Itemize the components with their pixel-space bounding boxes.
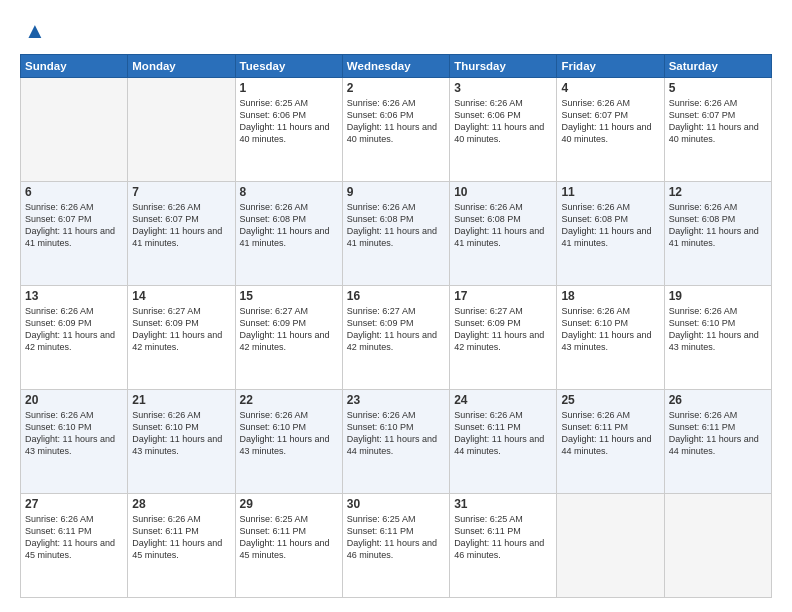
daylight-text: Daylight: 11 hours and 41 minutes. (347, 226, 437, 248)
cell-info: Sunrise: 6:26 AMSunset: 6:06 PMDaylight:… (347, 97, 445, 146)
sunrise-text: Sunrise: 6:26 AM (347, 98, 416, 108)
day-number: 9 (347, 185, 445, 199)
sunset-text: Sunset: 6:06 PM (240, 110, 307, 120)
sunrise-text: Sunrise: 6:26 AM (132, 410, 201, 420)
sunset-text: Sunset: 6:11 PM (561, 422, 628, 432)
day-number: 26 (669, 393, 767, 407)
sunset-text: Sunset: 6:08 PM (454, 214, 521, 224)
day-number: 10 (454, 185, 552, 199)
calendar-cell: 23Sunrise: 6:26 AMSunset: 6:10 PMDayligh… (342, 390, 449, 494)
calendar-cell: 15Sunrise: 6:27 AMSunset: 6:09 PMDayligh… (235, 286, 342, 390)
cell-info: Sunrise: 6:27 AMSunset: 6:09 PMDaylight:… (454, 305, 552, 354)
weekday-header-thursday: Thursday (450, 55, 557, 78)
day-number: 27 (25, 497, 123, 511)
daylight-text: Daylight: 11 hours and 44 minutes. (669, 434, 759, 456)
sunset-text: Sunset: 6:06 PM (454, 110, 521, 120)
calendar-cell: 13Sunrise: 6:26 AMSunset: 6:09 PMDayligh… (21, 286, 128, 390)
day-number: 22 (240, 393, 338, 407)
sunset-text: Sunset: 6:11 PM (25, 526, 92, 536)
sunset-text: Sunset: 6:10 PM (240, 422, 307, 432)
calendar-cell: 8Sunrise: 6:26 AMSunset: 6:08 PMDaylight… (235, 182, 342, 286)
day-number: 18 (561, 289, 659, 303)
day-number: 8 (240, 185, 338, 199)
day-number: 14 (132, 289, 230, 303)
sunset-text: Sunset: 6:09 PM (454, 318, 521, 328)
cell-info: Sunrise: 6:27 AMSunset: 6:09 PMDaylight:… (240, 305, 338, 354)
cell-info: Sunrise: 6:26 AMSunset: 6:07 PMDaylight:… (669, 97, 767, 146)
day-number: 16 (347, 289, 445, 303)
daylight-text: Daylight: 11 hours and 40 minutes. (561, 122, 651, 144)
sunset-text: Sunset: 6:07 PM (25, 214, 92, 224)
calendar-cell: 16Sunrise: 6:27 AMSunset: 6:09 PMDayligh… (342, 286, 449, 390)
weekday-header-friday: Friday (557, 55, 664, 78)
page: ▲ SundayMondayTuesdayWednesdayThursdayFr… (0, 0, 792, 612)
day-number: 23 (347, 393, 445, 407)
cell-info: Sunrise: 6:26 AMSunset: 6:10 PMDaylight:… (561, 305, 659, 354)
calendar-cell: 2Sunrise: 6:26 AMSunset: 6:06 PMDaylight… (342, 78, 449, 182)
day-number: 3 (454, 81, 552, 95)
day-number: 12 (669, 185, 767, 199)
sunrise-text: Sunrise: 6:26 AM (669, 98, 738, 108)
sunrise-text: Sunrise: 6:25 AM (454, 514, 523, 524)
daylight-text: Daylight: 11 hours and 40 minutes. (669, 122, 759, 144)
sunrise-text: Sunrise: 6:26 AM (25, 410, 94, 420)
day-number: 2 (347, 81, 445, 95)
sunrise-text: Sunrise: 6:26 AM (240, 202, 309, 212)
sunset-text: Sunset: 6:11 PM (454, 422, 521, 432)
sunrise-text: Sunrise: 6:26 AM (669, 202, 738, 212)
calendar-cell: 31Sunrise: 6:25 AMSunset: 6:11 PMDayligh… (450, 494, 557, 598)
cell-info: Sunrise: 6:27 AMSunset: 6:09 PMDaylight:… (132, 305, 230, 354)
sunrise-text: Sunrise: 6:25 AM (240, 98, 309, 108)
sunset-text: Sunset: 6:11 PM (454, 526, 521, 536)
cell-info: Sunrise: 6:26 AMSunset: 6:10 PMDaylight:… (669, 305, 767, 354)
daylight-text: Daylight: 11 hours and 42 minutes. (240, 330, 330, 352)
daylight-text: Daylight: 11 hours and 41 minutes. (454, 226, 544, 248)
weekday-header-monday: Monday (128, 55, 235, 78)
daylight-text: Daylight: 11 hours and 43 minutes. (132, 434, 222, 456)
day-number: 5 (669, 81, 767, 95)
day-number: 4 (561, 81, 659, 95)
sunset-text: Sunset: 6:08 PM (561, 214, 628, 224)
sunset-text: Sunset: 6:11 PM (132, 526, 199, 536)
sunset-text: Sunset: 6:09 PM (347, 318, 414, 328)
day-number: 20 (25, 393, 123, 407)
calendar-week-row: 1Sunrise: 6:25 AMSunset: 6:06 PMDaylight… (21, 78, 772, 182)
calendar-cell: 11Sunrise: 6:26 AMSunset: 6:08 PMDayligh… (557, 182, 664, 286)
calendar-cell (21, 78, 128, 182)
daylight-text: Daylight: 11 hours and 43 minutes. (240, 434, 330, 456)
logo: ▲ (20, 18, 46, 44)
sunrise-text: Sunrise: 6:26 AM (561, 410, 630, 420)
sunset-text: Sunset: 6:10 PM (347, 422, 414, 432)
daylight-text: Daylight: 11 hours and 44 minutes. (347, 434, 437, 456)
calendar-cell: 27Sunrise: 6:26 AMSunset: 6:11 PMDayligh… (21, 494, 128, 598)
cell-info: Sunrise: 6:26 AMSunset: 6:10 PMDaylight:… (240, 409, 338, 458)
daylight-text: Daylight: 11 hours and 40 minutes. (347, 122, 437, 144)
daylight-text: Daylight: 11 hours and 43 minutes. (561, 330, 651, 352)
calendar-week-row: 13Sunrise: 6:26 AMSunset: 6:09 PMDayligh… (21, 286, 772, 390)
weekday-header-saturday: Saturday (664, 55, 771, 78)
day-number: 13 (25, 289, 123, 303)
cell-info: Sunrise: 6:25 AMSunset: 6:06 PMDaylight:… (240, 97, 338, 146)
calendar-week-row: 27Sunrise: 6:26 AMSunset: 6:11 PMDayligh… (21, 494, 772, 598)
cell-info: Sunrise: 6:26 AMSunset: 6:11 PMDaylight:… (132, 513, 230, 562)
calendar-cell: 29Sunrise: 6:25 AMSunset: 6:11 PMDayligh… (235, 494, 342, 598)
sunset-text: Sunset: 6:08 PM (347, 214, 414, 224)
calendar-cell: 30Sunrise: 6:25 AMSunset: 6:11 PMDayligh… (342, 494, 449, 598)
cell-info: Sunrise: 6:26 AMSunset: 6:06 PMDaylight:… (454, 97, 552, 146)
calendar-cell: 25Sunrise: 6:26 AMSunset: 6:11 PMDayligh… (557, 390, 664, 494)
calendar-week-row: 6Sunrise: 6:26 AMSunset: 6:07 PMDaylight… (21, 182, 772, 286)
cell-info: Sunrise: 6:26 AMSunset: 6:08 PMDaylight:… (669, 201, 767, 250)
weekday-header-sunday: Sunday (21, 55, 128, 78)
calendar-cell (557, 494, 664, 598)
calendar-table: SundayMondayTuesdayWednesdayThursdayFrid… (20, 54, 772, 598)
sunrise-text: Sunrise: 6:26 AM (669, 306, 738, 316)
sunrise-text: Sunrise: 6:25 AM (347, 514, 416, 524)
day-number: 21 (132, 393, 230, 407)
calendar-cell: 10Sunrise: 6:26 AMSunset: 6:08 PMDayligh… (450, 182, 557, 286)
calendar-cell: 14Sunrise: 6:27 AMSunset: 6:09 PMDayligh… (128, 286, 235, 390)
sunset-text: Sunset: 6:10 PM (561, 318, 628, 328)
sunset-text: Sunset: 6:10 PM (25, 422, 92, 432)
sunset-text: Sunset: 6:09 PM (25, 318, 92, 328)
sunrise-text: Sunrise: 6:26 AM (240, 410, 309, 420)
daylight-text: Daylight: 11 hours and 45 minutes. (25, 538, 115, 560)
